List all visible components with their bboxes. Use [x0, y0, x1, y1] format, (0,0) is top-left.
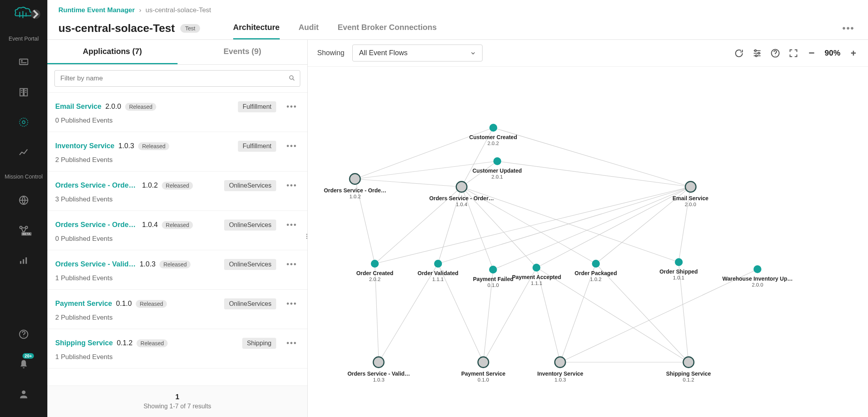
expand-sidebar-button[interactable]	[31, 9, 40, 19]
event-node[interactable]: Order Created 2.0.2	[356, 260, 393, 282]
app-actions-menu[interactable]: •••	[284, 218, 299, 232]
app-name-link[interactable]: Inventory Service	[55, 142, 114, 150]
event-node-icon	[489, 124, 497, 132]
page-title: us-central-solace-Test	[58, 22, 175, 35]
service-node[interactable]: Payment Service 0.1.0	[461, 356, 505, 383]
application-list-item: Email Service 2.0.0 Released Fulfillment…	[47, 93, 307, 132]
service-node-icon	[477, 356, 489, 368]
app-name-link[interactable]: Orders Service - Valid…	[55, 260, 136, 268]
app-actions-menu[interactable]: •••	[284, 139, 299, 153]
node-version: 0.1.0	[461, 377, 505, 383]
app-category-pill: OnlineServices	[224, 259, 276, 270]
app-name-link[interactable]: Email Service	[55, 102, 101, 111]
service-node-icon	[683, 356, 694, 368]
tab-architecture[interactable]: Architecture	[233, 17, 280, 39]
event-node[interactable]: Order Shipped 1.0.1	[659, 258, 698, 281]
event-node[interactable]: Payment Failed 0.1.0	[473, 266, 514, 288]
app-actions-menu[interactable]: •••	[284, 297, 299, 311]
app-status-pill: Released	[138, 142, 169, 150]
subtab-applications[interactable]: Applications (7)	[47, 40, 178, 64]
event-node[interactable]: Customer Created 2.0.2	[469, 124, 517, 146]
app-status-pill: Released	[162, 182, 193, 190]
app-published-events: 1 Published Events	[55, 274, 299, 282]
service-node-icon	[349, 173, 361, 185]
node-label: Order Validated	[417, 270, 458, 276]
applications-panel: Applications (7) Events (9) Email Servic…	[47, 40, 308, 417]
event-node[interactable]: Order Validated 1.1.1	[417, 260, 458, 282]
node-label: Payment Service	[461, 370, 505, 377]
nav-runtime-icon[interactable]	[17, 116, 30, 128]
service-node[interactable]: Orders Service - Order… 1.0.4	[429, 181, 494, 207]
app-version: 0.1.0	[116, 300, 132, 308]
svg-rect-12	[26, 257, 27, 264]
app-actions-menu[interactable]: •••	[284, 179, 299, 192]
flow-filter-dropdown[interactable]: All Event Flows	[352, 45, 483, 61]
breadcrumb-separator: ›	[139, 6, 141, 14]
app-name-link[interactable]: Payment Service	[55, 300, 112, 308]
svg-line-44	[493, 187, 690, 270]
page-number[interactable]: 1	[54, 393, 300, 401]
event-node[interactable]: Customer Updated 2.0.1	[472, 157, 522, 180]
filter-input[interactable]	[54, 70, 300, 87]
event-node[interactable]: Order Packaged 1.0.2	[574, 260, 617, 282]
service-node[interactable]: Email Service 2.0.0	[672, 181, 708, 207]
app-published-events: 0 Published Events	[55, 235, 299, 243]
app-category-pill: Shipping	[242, 338, 276, 349]
tab-event-broker-connections[interactable]: Event Broker Connections	[338, 17, 437, 39]
zoom-in-button[interactable]: +	[848, 48, 859, 58]
app-published-events: 1 Published Events	[55, 353, 299, 361]
canvas-help-icon[interactable]	[770, 48, 780, 58]
node-label: Shipping Service	[666, 370, 711, 377]
app-name-link[interactable]: Orders Service - Order…	[55, 221, 138, 229]
node-label: Payment Failed	[473, 276, 514, 282]
settings-icon[interactable]	[752, 48, 762, 58]
breadcrumb-root[interactable]: Runtime Event Manager	[58, 6, 135, 14]
user-avatar-icon[interactable]	[17, 388, 30, 400]
notifications-icon[interactable]	[17, 358, 30, 370]
app-status-pill: Released	[159, 261, 191, 268]
subtab-events[interactable]: Events (9)	[178, 40, 308, 64]
app-name-link[interactable]: Shipping Service	[55, 339, 113, 347]
service-node[interactable]: Orders Service - Orde… 1.0.2	[324, 173, 387, 199]
zoom-out-button[interactable]: −	[806, 48, 817, 58]
help-icon[interactable]	[17, 328, 30, 341]
tab-audit[interactable]: Audit	[299, 17, 319, 39]
application-list-item: Orders Service - Valid… 1.0.3 Released O…	[47, 250, 307, 290]
node-version: 2.0.0	[672, 201, 708, 207]
app-name-link[interactable]: Orders Service - Order…	[55, 181, 138, 190]
page-header: Runtime Event Manager › us-central-solac…	[47, 0, 868, 40]
nav-cluster-icon[interactable]	[17, 194, 30, 207]
event-node-icon	[754, 265, 761, 273]
service-node[interactable]: Inventory Service 1.0.3	[537, 356, 584, 383]
fullscreen-icon[interactable]	[788, 48, 799, 58]
app-version: 1.0.4	[142, 221, 158, 229]
svg-line-32	[462, 187, 679, 262]
application-list-item: Payment Service 0.1.0 Released OnlineSer…	[47, 290, 307, 329]
app-category-pill: OnlineServices	[224, 298, 276, 309]
nav-analytics-icon[interactable]	[17, 254, 30, 266]
service-node[interactable]: Shipping Service 0.1.2	[666, 356, 711, 383]
app-actions-menu[interactable]: •••	[284, 336, 299, 350]
nav-mesh-icon[interactable]: BETA	[17, 224, 30, 236]
event-node[interactable]: Warehouse Inventory Up… 2.0.0	[722, 265, 793, 288]
node-version: 1.1.1	[512, 280, 561, 286]
nav-insights-icon[interactable]	[17, 146, 30, 158]
chevron-down-icon	[470, 50, 476, 56]
event-node[interactable]: Payment Accepted 1.1.1	[512, 264, 561, 286]
node-version: 1.0.2	[324, 194, 387, 199]
app-actions-menu[interactable]: •••	[284, 100, 299, 114]
app-actions-menu[interactable]: •••	[284, 257, 299, 271]
nav-catalog-icon[interactable]	[17, 86, 30, 99]
breadcrumb-current: us-central-solace-Test	[146, 6, 211, 14]
service-node[interactable]: Orders Service - Valid… 1.0.3	[348, 356, 410, 383]
node-label: Order Shipped	[659, 268, 698, 275]
refresh-icon[interactable]	[734, 48, 744, 58]
applications-list: Email Service 2.0.0 Released Fulfillment…	[47, 93, 307, 385]
graph-canvas[interactable]: Orders Service - Orde… 1.0.2 Orders Serv…	[308, 67, 868, 417]
application-list-item: Orders Service - Order… 1.0.4 Released O…	[47, 211, 307, 250]
event-node-icon	[592, 260, 600, 268]
event-node-icon	[533, 264, 541, 272]
page-actions-menu[interactable]: •••	[840, 20, 857, 36]
node-version: 2.0.0	[722, 282, 793, 288]
nav-designer-icon[interactable]	[17, 56, 30, 69]
